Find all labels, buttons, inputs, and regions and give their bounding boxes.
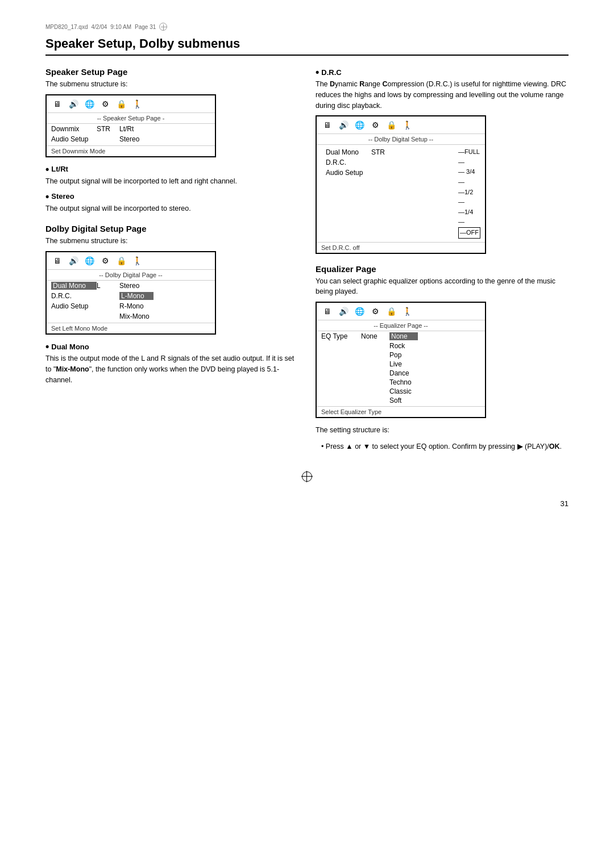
dolby-col1-r1: Dual Mono [51,282,97,290]
crosshair-icon [159,23,167,31]
eq-soft: Soft [317,396,485,405]
meta-file: MPD820_17.qxd [45,24,88,30]
speaker-menu-row-1: Downmix STR Lt/Rt [47,124,215,134]
drc-label-3: Audio Setup [326,169,371,177]
drc-section: • D.R.C The Dynamic Range Compression (D… [316,67,569,111]
globe-icon: 🌐 [83,98,96,110]
right-column: • D.R.C The Dynamic Range Compression (D… [316,67,569,454]
dolby-col3-r4: Mix-Mono [119,312,154,320]
speaker-col1-r2: Audio Setup [51,135,97,143]
drc-row-2: D.R.C. [321,157,458,168]
drc-menu-icons: 🖥 🔊 🌐 ⚙ 🔒 🚶 [317,116,485,134]
eq-none-selected: None [389,332,418,340]
drc-dash4: — [458,217,464,227]
meta-page: Page 31 [135,24,156,30]
eq-status: Select Equalizer Type [317,406,485,417]
drc-dash2: — [458,177,464,187]
dolby-col3-r3: R-Mono [119,302,154,310]
setting-bullet-1: Press ▲ or ▼ to select your EQ option. C… [321,441,569,452]
page-title: Speaker Setup, Dolby submenus [45,36,569,56]
eq-techno: Techno [317,378,485,387]
dolby-digital-menu: 🖥 🔊 🌐 ⚙ 🔒 🚶 -- Dolby Digital Page -- Dua… [45,251,216,335]
bottom-crosshair-area [45,471,569,482]
speaker-menu-icons: 🖥 🔊 🌐 ⚙ 🔒 🚶 [47,95,215,113]
drc-lock-icon: 🔒 [385,119,397,131]
eq-techno-label: Techno [389,378,418,386]
speaker-icon: 🔊 [67,98,80,110]
eq-live: Live [317,360,485,369]
drc-str-1: STR [371,148,391,156]
meta-time: 9:10 AM [110,24,131,30]
drc-dot: • [316,67,319,77]
drc-dash1: — [458,157,464,168]
dolby-col1-r4 [51,312,97,320]
drc-status: Set D.R.C. off [317,242,485,253]
stereo-desc: The output signal will be incorported to… [45,203,298,214]
stereo-title: • Stereo [45,191,298,202]
equalizer-desc: You can select graphic equalizer options… [316,276,569,298]
drc-title: • D.R.C [316,67,569,77]
stereo-bullet-dot: • [45,191,49,202]
dolby-col1-r3: Audio Setup [51,302,97,310]
drc-person-icon: 🚶 [401,119,413,131]
setting-structure: Press ▲ or ▼ to select your EQ option. C… [316,441,569,452]
drc-dash3: — [458,197,464,207]
content-columns: Speaker Setup Page The submenu structure… [45,67,569,454]
stereo-bullet: • Stereo The output signal will be incor… [45,191,298,214]
eq-gear-icon: ⚙ [369,305,381,318]
dd-speaker-icon: 🔊 [67,254,80,267]
drc-row-3: Audio Setup [321,168,458,178]
eq-live-label: Live [389,360,418,368]
drc-tv-icon: 🖥 [321,119,334,131]
speaker-status: Set Downmix Mode [47,145,215,156]
drc-label-1: Dual Mono [326,148,371,156]
drc-page-label: -- Dolby Digital Setup -- [317,134,485,145]
eq-rock-label: Rock [389,342,418,350]
dolby-row-4: Mix-Mono [47,311,215,322]
dd-tv-icon: 🖥 [51,254,64,267]
drc-row-1: Dual Mono STR [321,147,458,157]
speaker-col3-r1: Lt/Rt [119,125,154,133]
page-number: 31 [45,499,569,508]
drc-gear-icon: ⚙ [369,119,381,131]
dolby-col2-r2 [97,292,119,300]
dolby-col2-r3 [97,302,119,310]
dolby-row-2: D.R.C. L-Mono [47,291,215,301]
eq-header-row: EQ Type None None [317,331,485,341]
speaker-col1-r1: Downmix [51,125,97,133]
dolby-col3-r1: Stereo [119,282,154,290]
eq-type-label: EQ Type [321,332,361,340]
drc-globe-icon: 🌐 [353,119,366,131]
eq-classic: Classic [317,387,485,396]
eq-pop: Pop [317,350,485,360]
dolby-digital-section: Dolby Digital Setup Page The submenu str… [45,224,298,385]
speaker-setup-menu: 🖥 🔊 🌐 ⚙ 🔒 🚶 -- Speaker Setup Page - Down… [45,94,216,157]
drc-label-2: D.R.C. [326,158,371,166]
eq-dance: Dance [317,369,485,378]
dolby-col3-r2: L-Mono [119,292,154,300]
speaker-setup-desc: The submenu structure is: [45,79,298,90]
equalizer-title: Equalizer Page [316,264,569,274]
eq-globe-icon: 🌐 [353,305,366,318]
dolby-status: Set Left Mono Mode [47,323,215,333]
meta-date: 4/2/04 [92,24,107,30]
drc-desc: The Dynamic Range Compression (D.R.C.) i… [316,79,569,111]
person-icon: 🚶 [131,98,143,110]
dual-mono-desc: This is the output mode of the L and R s… [45,353,298,385]
speaker-col3-r2: Stereo [119,135,154,143]
drc-3-4: — 3/4 [458,167,475,177]
eq-soft-label: Soft [389,397,418,404]
eq-page-label: -- Equalizer Page -- [317,320,485,331]
dolby-col1-r2: D.R.C. [51,292,97,300]
dolby-page-label: -- Dolby Digital Page -- [47,270,215,281]
drc-full: —FULL [458,147,480,157]
dolby-col2-r1: L [97,282,119,290]
drc-off: —OFF [458,227,480,239]
dd-globe-icon: 🌐 [83,254,96,267]
dd-gear-icon: ⚙ [99,254,111,267]
eq-lock-icon: 🔒 [385,305,397,318]
eq-pop-label: Pop [389,351,418,359]
drc-str-2 [371,158,391,166]
left-column: Speaker Setup Page The submenu structure… [45,67,298,454]
eq-speaker-icon: 🔊 [337,305,350,318]
